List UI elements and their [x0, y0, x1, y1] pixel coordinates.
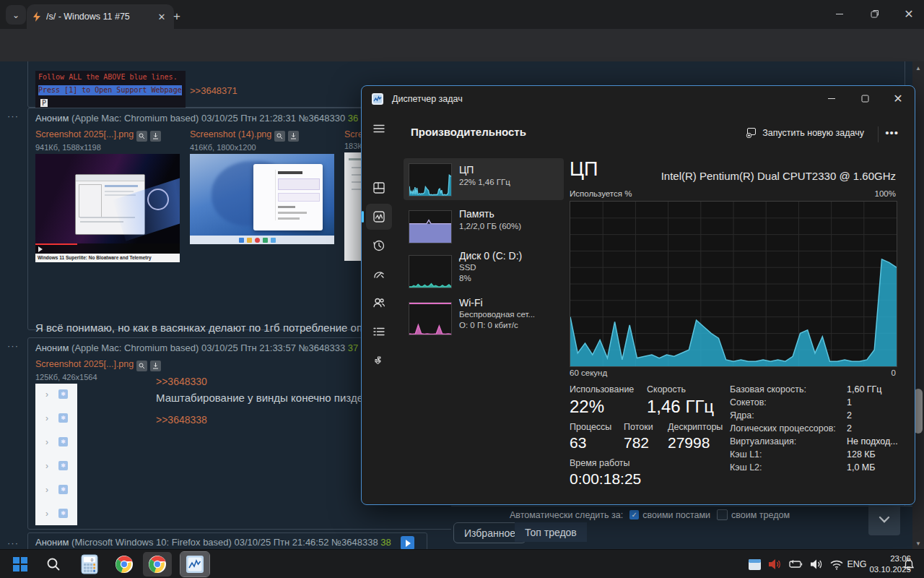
spec-value: 2: [847, 423, 852, 434]
perf-item-memory[interactable]: Память 1,2/2,0 ГБ (60%): [404, 205, 564, 247]
spec-label: Логических процессоров:: [730, 423, 836, 434]
poster-ua: (Apple Mac: Chromium based): [71, 113, 199, 124]
tm-titlebar[interactable]: Диспетчер задач ✕: [362, 86, 915, 112]
quote-link[interactable]: >>3648330: [156, 376, 207, 387]
tab-title: /s/ - Windows 11 #75: [46, 12, 155, 22]
post-number[interactable]: №3648338: [331, 537, 378, 548]
scroll-to-bottom-button[interactable]: [868, 504, 900, 535]
tray-red-speaker-icon[interactable]: [765, 550, 784, 578]
file-download-icon[interactable]: [150, 361, 161, 371]
post-number[interactable]: №3648330: [299, 113, 346, 124]
auto-follow-row: Автоматически следить за: ✓ своими поста…: [510, 509, 790, 520]
reply-link[interactable]: >>3648338: [156, 414, 207, 426]
graph-x-right: 0: [892, 368, 896, 377]
tm-close-button[interactable]: ✕: [881, 86, 915, 111]
tab-search-button[interactable]: ⌄: [6, 5, 26, 25]
perf-item-wifi[interactable]: Wi-Fi Беспроводная сет... О: 0 П: 0 кбит…: [404, 297, 564, 339]
wifi-item-sub2: О: 0 П: 0 кбит/с: [459, 321, 518, 329]
reply-link-3648371[interactable]: >>3648371: [190, 85, 237, 96]
file-download-icon[interactable]: [150, 131, 161, 142]
uptime-value: 0:00:18:25: [570, 470, 641, 488]
file-meta: 125Кб, 426x1564: [35, 373, 161, 381]
checkbox-own-posts-label[interactable]: своими постами: [642, 510, 710, 520]
perf-item-disk[interactable]: Диск 0 (C: D:) SSD 8%: [404, 250, 564, 292]
checkbox-own-thread-label[interactable]: своим тредом: [731, 510, 790, 520]
thumbnail-video[interactable]: Windows 11 Superlite: No Bloatware and T…: [35, 154, 180, 262]
post-date: 03/10/25 Птн 21:33:57: [201, 342, 296, 353]
taskbar-chrome-button[interactable]: [110, 552, 139, 577]
graph-x-left: 60 секунд: [570, 368, 607, 377]
file-meta: 941Кб, 1588x1198: [35, 143, 180, 152]
run-new-task-button[interactable]: Запустить новую задачу: [740, 124, 870, 142]
taskbar-calculator-button[interactable]: 0: [75, 552, 104, 577]
tm-page-title: Производительность: [411, 126, 526, 138]
sidebar-app-history-icon[interactable]: [372, 239, 385, 252]
window-restore-button[interactable]: [858, 0, 892, 27]
taskbar-search-button[interactable]: [39, 552, 68, 577]
sidebar-users-icon[interactable]: [372, 296, 385, 309]
perf-item-cpu[interactable]: ЦП 22% 1,46 ГГц: [404, 158, 564, 200]
file-name[interactable]: Screenshot (14).png: [190, 129, 271, 139]
console-screenshot-thumb[interactable]: Follow ALL the ABOVE blue lines. Press […: [35, 71, 186, 110]
tray-notification-bell-icon[interactable]: [899, 550, 918, 578]
sidebar-details-icon[interactable]: [372, 325, 385, 338]
sidebar-processes-icon[interactable]: [372, 181, 385, 194]
tab-top-threads[interactable]: Топ тредов: [515, 522, 587, 542]
tm-maximize-button[interactable]: [848, 86, 881, 111]
scrollbar-up-icon[interactable]: ▲: [912, 63, 924, 73]
taskbar-chrome-active-button[interactable]: [143, 552, 172, 577]
console-badge: P: [40, 99, 48, 107]
wifi-mini-graph: [409, 302, 452, 335]
window-close-button[interactable]: ✕: [892, 0, 924, 27]
file-download-icon[interactable]: [288, 131, 299, 142]
post-menu-dots[interactable]: ···: [7, 538, 19, 548]
file-search-icon[interactable]: [136, 361, 147, 371]
tray-language-indicator[interactable]: ENG: [845, 550, 869, 578]
checkbox-own-posts[interactable]: ✓: [629, 510, 639, 519]
tm-minimize-button[interactable]: [815, 86, 848, 111]
expand-post-button[interactable]: [401, 536, 414, 549]
tray-battery-icon[interactable]: [787, 550, 806, 578]
favorites-bar: Автоматически следить за: ✓ своими поста…: [451, 506, 912, 549]
file-search-icon[interactable]: [274, 131, 285, 142]
sidebar-performance-icon[interactable]: [372, 210, 385, 223]
new-tab-button[interactable]: +: [168, 8, 186, 25]
tray-volume-icon[interactable]: [807, 550, 826, 578]
console-line2: Press [1] to Open Support Webpage: [38, 85, 182, 95]
post-menu-dots[interactable]: ···: [7, 340, 19, 351]
disk-item-sub2: 8%: [459, 274, 471, 282]
window-minimize-button[interactable]: [823, 0, 856, 27]
checkbox-own-thread[interactable]: [717, 509, 728, 520]
sidebar-services-icon[interactable]: [372, 354, 385, 367]
speed-value: 1,46 ГГц: [647, 397, 714, 417]
windows-logo-icon: [12, 556, 28, 572]
tm-more-kebab-icon[interactable]: •••: [879, 124, 905, 142]
run-new-task-label: Запустить новую задачу: [762, 128, 864, 138]
sidebar-startup-apps-icon[interactable]: [372, 268, 385, 281]
taskbar-task-manager-button[interactable]: [180, 552, 209, 577]
post-ordinal: 37: [348, 342, 358, 353]
hamburger-menu-icon[interactable]: [372, 122, 385, 135]
tab-close-icon[interactable]: ✕: [155, 10, 168, 23]
file-name[interactable]: Scre: [344, 129, 363, 139]
graph-y-max: 100%: [875, 189, 896, 198]
tm-header-divider: [878, 126, 879, 142]
file-name[interactable]: Screenshot 2025[...].png: [35, 359, 134, 369]
chrome-icon: [115, 555, 134, 574]
thumbnail-tall-list[interactable]: ›✱ ›✱ ›✱ ›✱ ›✱ ›✱: [35, 384, 77, 525]
browser-tab[interactable]: /s/ - Windows 11 #75 ✕: [27, 4, 174, 29]
thumbnail-desktop[interactable]: [190, 154, 334, 244]
tray-app-window-icon[interactable]: [745, 550, 764, 578]
post-menu-dots[interactable]: ···: [7, 111, 19, 121]
tray-wifi-icon[interactable]: [827, 550, 846, 578]
uptime-label: Время работы: [570, 458, 630, 468]
poster-name: Аноним: [35, 342, 69, 353]
cpu-usage-graph[interactable]: [570, 201, 897, 367]
post-number[interactable]: №3648333: [299, 342, 346, 353]
new-task-icon: [746, 127, 757, 138]
file-search-icon[interactable]: [136, 131, 147, 142]
start-button[interactable]: [6, 552, 35, 577]
file-name[interactable]: Screenshot 2025[...].png: [35, 129, 134, 139]
scrollbar-down-icon[interactable]: ▼: [912, 538, 924, 548]
task-manager-icon: [372, 93, 383, 105]
